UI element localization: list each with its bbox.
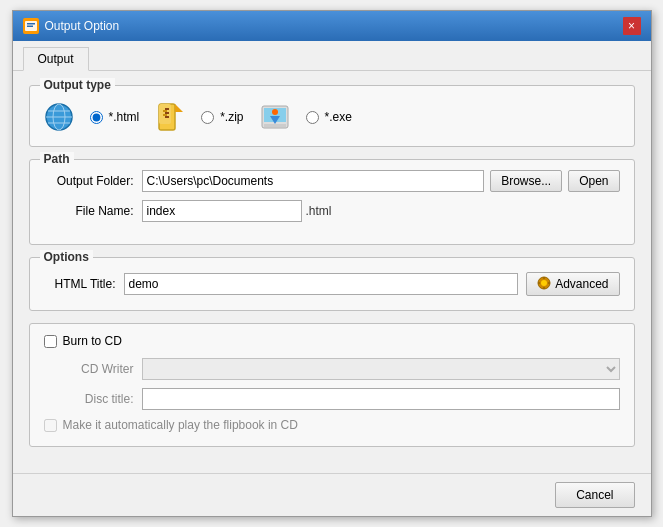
burn-checkbox[interactable] xyxy=(44,335,57,348)
svg-rect-11 xyxy=(165,108,169,110)
svg-rect-2 xyxy=(27,26,33,28)
disc-title-row: Disc title: xyxy=(44,388,620,410)
svg-rect-14 xyxy=(163,110,167,112)
file-name-row: File Name: .html xyxy=(44,200,620,222)
output-type-row: *.html xyxy=(44,96,620,132)
dialog-title: Output Option xyxy=(45,19,120,33)
disc-title-label: Disc title: xyxy=(44,392,134,406)
html-label: *.html xyxy=(109,110,140,124)
options-row: HTML Title: Advanced xyxy=(44,268,620,296)
footer: Cancel xyxy=(13,473,651,516)
output-folder-row: Output Folder: Browse... Open xyxy=(44,170,620,192)
cd-writer-row: CD Writer xyxy=(44,358,620,380)
svg-point-19 xyxy=(272,109,278,115)
play-row: Make it automatically play the flipbook … xyxy=(44,418,620,432)
autoplay-label: Make it automatically play the flipbook … xyxy=(63,418,298,432)
cancel-button[interactable]: Cancel xyxy=(555,482,634,508)
exe-radio[interactable] xyxy=(306,111,319,124)
svg-rect-12 xyxy=(165,112,169,114)
dialog-icon xyxy=(23,18,39,34)
svg-rect-13 xyxy=(165,116,169,118)
close-button[interactable]: × xyxy=(623,17,641,35)
open-button[interactable]: Open xyxy=(568,170,619,192)
html-title-label: HTML Title: xyxy=(44,277,116,291)
svg-point-22 xyxy=(541,280,547,286)
output-folder-label: Output Folder: xyxy=(44,174,134,188)
exe-icon xyxy=(260,102,290,132)
zip-label: *.zip xyxy=(220,110,243,124)
burn-label: Burn to CD xyxy=(63,334,122,348)
browse-button[interactable]: Browse... xyxy=(490,170,562,192)
zip-radio[interactable] xyxy=(201,111,214,124)
exe-option[interactable]: *.exe xyxy=(306,110,352,124)
autoplay-checkbox[interactable] xyxy=(44,419,57,432)
disc-title-input[interactable] xyxy=(142,388,620,410)
output-type-section: Output type *.html xyxy=(29,85,635,147)
zip-option[interactable]: *.zip xyxy=(201,110,243,124)
options-section: Options HTML Title: xyxy=(29,257,635,311)
html-icon xyxy=(44,102,74,132)
advanced-icon xyxy=(537,276,551,293)
dialog: Output Option × Output Output type xyxy=(12,10,652,517)
svg-marker-10 xyxy=(175,104,183,112)
tab-output[interactable]: Output xyxy=(23,47,89,71)
svg-rect-1 xyxy=(27,23,35,25)
advanced-button[interactable]: Advanced xyxy=(526,272,619,296)
advanced-label: Advanced xyxy=(555,277,608,291)
html-option[interactable]: *.html xyxy=(90,110,140,124)
title-bar-left: Output Option xyxy=(23,18,120,34)
output-type-title: Output type xyxy=(40,78,115,92)
path-title: Path xyxy=(40,152,74,166)
file-name-label: File Name: xyxy=(44,204,134,218)
title-bar: Output Option × xyxy=(13,11,651,41)
zip-icon xyxy=(155,102,185,132)
html-radio[interactable] xyxy=(90,111,103,124)
tab-bar: Output xyxy=(13,41,651,71)
output-folder-input[interactable] xyxy=(142,170,485,192)
cd-writer-select[interactable] xyxy=(142,358,620,380)
exe-label: *.exe xyxy=(325,110,352,124)
burn-title-row: Burn to CD xyxy=(44,334,620,348)
svg-rect-15 xyxy=(163,114,167,116)
file-name-input[interactable] xyxy=(142,200,302,222)
cd-writer-label: CD Writer xyxy=(44,362,134,376)
path-section: Path Output Folder: Browse... Open File … xyxy=(29,159,635,245)
options-title: Options xyxy=(40,250,93,264)
html-title-input[interactable] xyxy=(124,273,519,295)
file-ext: .html xyxy=(306,204,332,218)
content: Output type *.html xyxy=(13,71,651,473)
svg-rect-20 xyxy=(264,124,286,127)
burn-section: Burn to CD CD Writer Disc title: Make it… xyxy=(29,323,635,447)
